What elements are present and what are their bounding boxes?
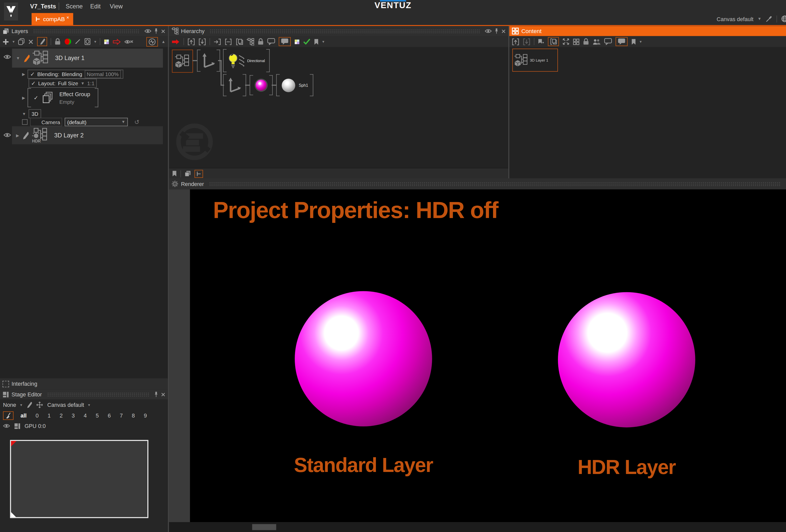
renderer-panel-header[interactable]: Renderer	[169, 178, 786, 189]
layout-row[interactable]: ✓ Layout: Full Size ▼ 1:1	[28, 79, 97, 88]
layer-view-button[interactable]	[548, 37, 559, 46]
color-grid-button[interactable]	[294, 39, 300, 45]
layer2-expand-icon[interactable]: ▶	[16, 133, 19, 138]
export-button[interactable]	[512, 38, 519, 46]
camera-checkbox[interactable]	[22, 119, 28, 125]
blending-row[interactable]: ▶ ✓ Blending: Blending Normal 100%	[22, 70, 123, 79]
hold-bracket-button[interactable]	[225, 38, 232, 46]
eyedropper-icon[interactable]	[765, 15, 772, 22]
panel-drag-area[interactable]	[47, 392, 149, 397]
hierarchy-canvas[interactable]: Directional Sph1	[169, 47, 508, 168]
panel-pin-icon[interactable]	[154, 391, 159, 397]
follow-arrow-button[interactable]	[171, 39, 180, 45]
panel-pin-icon[interactable]	[494, 28, 499, 34]
add-layer-button[interactable]	[3, 39, 9, 45]
render-viewport[interactable]: Project Properties: HDR off Standard Lay…	[190, 189, 786, 522]
expand-button[interactable]	[562, 38, 570, 45]
channel-6[interactable]: 6	[105, 412, 114, 418]
node-axes-1[interactable]	[197, 50, 220, 72]
layer1-visibility-eye-icon[interactable]	[4, 54, 11, 60]
jump-into-button[interactable]	[213, 38, 221, 46]
canvas-selector-chevron-icon[interactable]: ▼	[758, 17, 762, 21]
camera-reset-icon[interactable]: ↺	[134, 119, 139, 126]
bookmark-button[interactable]	[631, 39, 636, 45]
users-button[interactable]	[593, 39, 601, 45]
bookmark-chevron-icon[interactable]: ▾	[322, 40, 324, 44]
stage-move-icon[interactable]	[36, 401, 43, 408]
channel-0[interactable]: 0	[32, 412, 42, 418]
bookmark-button[interactable]	[314, 39, 319, 45]
stage-preview[interactable]	[10, 440, 148, 518]
group-3d-collapse-icon[interactable]: ▼	[22, 112, 26, 116]
subtree-button[interactable]	[247, 38, 254, 46]
effect-group-checkbox[interactable]: ✓	[33, 94, 38, 101]
stage-pencil-icon[interactable]	[26, 401, 32, 408]
scroll-up-icon[interactable]: ▲	[161, 40, 165, 44]
panel-close-icon[interactable]	[501, 29, 506, 33]
node-material[interactable]	[250, 75, 273, 95]
group-3d-row[interactable]: ▼ 3D	[22, 109, 42, 118]
node-sphere[interactable]: Sph1	[276, 74, 313, 96]
menu-edit[interactable]: Edit	[90, 0, 100, 13]
tab-close-icon[interactable]: ×	[66, 15, 69, 20]
renderer-hscrollbar-thumb[interactable]	[252, 524, 276, 530]
layer2-visibility-eye-icon[interactable]	[4, 132, 11, 138]
channel-5[interactable]: 5	[93, 412, 101, 418]
effect-group-expand-icon[interactable]: ▶	[22, 95, 25, 100]
mask-button[interactable]	[84, 38, 91, 45]
panel-eye-icon[interactable]	[485, 28, 492, 33]
channel-9[interactable]: 9	[141, 412, 150, 418]
group-3d-box[interactable]: 3D	[28, 109, 41, 118]
edit-layer-button[interactable]	[37, 37, 47, 46]
canvas-selector[interactable]: Canvas default	[717, 16, 754, 22]
layer1-collapse-icon[interactable]: ▼	[16, 56, 20, 61]
panel-close-icon[interactable]	[161, 29, 165, 33]
channel-2[interactable]: 2	[57, 412, 66, 418]
solo-visibility-button[interactable]	[124, 39, 133, 45]
live-update-button[interactable]	[113, 39, 121, 45]
stage-preset-select[interactable]: None	[3, 402, 16, 408]
layout-checkbox[interactable]: ✓	[31, 80, 36, 87]
comment-button[interactable]	[267, 38, 275, 45]
pages-icon[interactable]	[185, 170, 191, 177]
panel-close-icon[interactable]	[161, 392, 165, 397]
comment-button[interactable]	[604, 38, 612, 45]
globe-icon[interactable]	[781, 15, 786, 23]
vertical-splitter-right[interactable]	[508, 26, 509, 178]
renderer-hscrollbar[interactable]	[169, 522, 786, 532]
node-axes-2[interactable]	[223, 74, 246, 96]
content-item-3d-layer-1[interactable]: 3D Layer 1	[512, 49, 558, 72]
menu-view[interactable]: View	[110, 0, 123, 13]
layers-panel-header[interactable]: Layers	[0, 26, 168, 36]
layer-row-3d-layer-1[interactable]: ▼ 3D Layer 1	[12, 49, 163, 68]
lock-button[interactable]	[583, 38, 589, 45]
channel-7[interactable]: 7	[117, 412, 126, 418]
gpu-row[interactable]: GPU 0:0	[3, 421, 46, 430]
color-grid-button[interactable]	[104, 39, 110, 45]
validate-check-icon[interactable]	[303, 39, 310, 45]
ventuz-logo-icon[interactable]	[4, 3, 18, 21]
stage-canvas-chevron-icon[interactable]: ▾	[88, 403, 90, 407]
panel-drag-area[interactable]	[209, 29, 480, 33]
import-node-button[interactable]	[199, 38, 206, 46]
comment-filled-button[interactable]	[279, 37, 291, 46]
tab-compab[interactable]: compAB ×	[31, 13, 73, 25]
export-node-button[interactable]	[188, 38, 195, 46]
performance-button[interactable]	[146, 37, 158, 46]
gpu-visibility-eye-icon[interactable]	[3, 424, 10, 429]
blending-expand-icon[interactable]: ▶	[22, 72, 25, 77]
bookmark-chevron-icon[interactable]: ▾	[640, 40, 642, 44]
layout-chevron-icon[interactable]: ▼	[81, 81, 85, 86]
blending-checkbox[interactable]: ✓	[30, 71, 34, 78]
duplicate-layer-button[interactable]	[18, 38, 25, 45]
mask-chevron-icon[interactable]: ▾	[94, 40, 96, 44]
camera-select[interactable]: (default) ▼	[65, 118, 128, 126]
clear-channels-button[interactable]	[3, 411, 14, 419]
panel-drag-area[interactable]	[209, 182, 781, 186]
hierarchy-panel-header[interactable]: Hierarchy	[169, 26, 508, 36]
channel-all[interactable]: all	[18, 412, 29, 418]
panel-drag-area[interactable]	[33, 29, 139, 33]
channel-8[interactable]: 8	[129, 412, 138, 418]
stage-preset-chevron-icon[interactable]: ▾	[20, 403, 22, 407]
bookmark-icon[interactable]	[172, 170, 177, 177]
